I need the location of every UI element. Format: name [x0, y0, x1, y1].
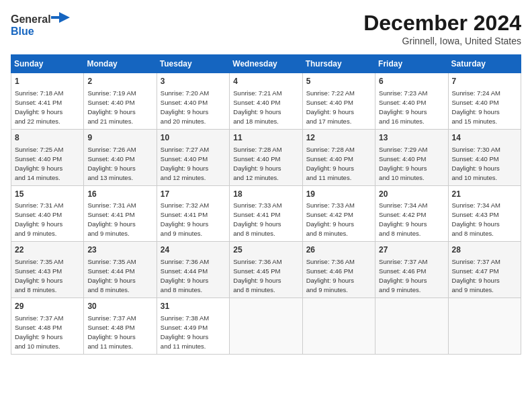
day-info: Sunrise: 7:30 AMSunset: 4:40 PMDaylight:…: [452, 146, 500, 181]
day-info: Sunrise: 7:28 AMSunset: 4:40 PMDaylight:…: [306, 146, 355, 181]
day-info: Sunrise: 7:38 AMSunset: 4:49 PMDaylight:…: [161, 314, 209, 350]
calendar-week-2: 8 Sunrise: 7:25 AMSunset: 4:40 PMDayligh…: [11, 129, 521, 185]
calendar-header-row: SundayMondayTuesdayWednesdayThursdayFrid…: [11, 55, 521, 73]
calendar-week-3: 15 Sunrise: 7:31 AMSunset: 4:40 PMDaylig…: [11, 185, 521, 242]
day-info: Sunrise: 7:33 AMSunset: 4:41 PMDaylight:…: [233, 201, 281, 237]
calendar-cell: 17 Sunrise: 7:32 AMSunset: 4:41 PMDaylig…: [157, 185, 229, 242]
day-info: Sunrise: 7:20 AMSunset: 4:40 PMDaylight:…: [161, 89, 209, 125]
month-title: December 2024: [363, 11, 521, 36]
day-number: 29: [15, 301, 80, 312]
day-number: 22: [15, 244, 80, 256]
day-number: 11: [233, 132, 298, 144]
calendar-week-5: 29 Sunrise: 7:37 AMSunset: 4:48 PMDaylig…: [11, 298, 521, 355]
day-number: 21: [452, 189, 517, 200]
calendar-cell: 1 Sunrise: 7:18 AMSunset: 4:41 PMDayligh…: [11, 73, 84, 130]
day-number: 9: [87, 132, 152, 144]
day-number: 15: [15, 189, 80, 200]
day-number: 30: [87, 301, 152, 312]
day-number: 31: [161, 301, 226, 312]
calendar-cell: 3 Sunrise: 7:20 AMSunset: 4:40 PMDayligh…: [157, 73, 229, 130]
day-info: Sunrise: 7:32 AMSunset: 4:41 PMDaylight:…: [161, 201, 209, 237]
day-info: Sunrise: 7:35 AMSunset: 4:43 PMDaylight:…: [15, 258, 63, 293]
calendar-cell: 2 Sunrise: 7:19 AMSunset: 4:40 PMDayligh…: [84, 73, 157, 130]
day-number: 13: [379, 132, 444, 144]
day-number: 2: [87, 76, 152, 87]
calendar-cell: 10 Sunrise: 7:27 AMSunset: 4:40 PMDaylig…: [157, 129, 229, 185]
day-number: 23: [87, 244, 152, 256]
calendar-cell: 5 Sunrise: 7:22 AMSunset: 4:40 PMDayligh…: [302, 73, 375, 130]
calendar-cell: 24 Sunrise: 7:36 AMSunset: 4:44 PMDaylig…: [157, 242, 229, 298]
day-info: Sunrise: 7:36 AMSunset: 4:45 PMDaylight:…: [233, 258, 281, 293]
day-info: Sunrise: 7:37 AMSunset: 4:48 PMDaylight:…: [87, 314, 136, 350]
header-friday: Friday: [375, 55, 448, 73]
calendar-cell: [448, 298, 521, 355]
day-number: 1: [15, 76, 80, 87]
calendar-cell: 23 Sunrise: 7:35 AMSunset: 4:44 PMDaylig…: [84, 242, 157, 298]
day-number: 4: [233, 76, 298, 87]
calendar-cell: [302, 298, 375, 355]
day-number: 18: [233, 189, 298, 200]
day-info: Sunrise: 7:31 AMSunset: 4:41 PMDaylight:…: [87, 201, 136, 237]
day-number: 10: [161, 132, 226, 144]
day-info: Sunrise: 7:37 AMSunset: 4:46 PMDaylight:…: [379, 258, 427, 293]
calendar-cell: 12 Sunrise: 7:28 AMSunset: 4:40 PMDaylig…: [302, 129, 375, 185]
svg-text:General: General: [11, 13, 51, 25]
day-number: 14: [452, 132, 517, 144]
calendar-cell: 20 Sunrise: 7:34 AMSunset: 4:42 PMDaylig…: [375, 185, 448, 242]
day-number: 19: [306, 189, 371, 200]
svg-marker-2: [51, 12, 70, 23]
day-info: Sunrise: 7:22 AMSunset: 4:40 PMDaylight:…: [306, 89, 355, 125]
header-tuesday: Tuesday: [157, 55, 229, 73]
calendar-cell: 8 Sunrise: 7:25 AMSunset: 4:40 PMDayligh…: [11, 129, 84, 185]
svg-text:Blue: Blue: [11, 26, 34, 37]
logo-svg: General Blue: [11, 11, 71, 39]
day-info: Sunrise: 7:23 AMSunset: 4:40 PMDaylight:…: [379, 89, 427, 125]
day-info: Sunrise: 7:34 AMSunset: 4:43 PMDaylight:…: [452, 201, 500, 237]
day-number: 16: [87, 189, 152, 200]
calendar-cell: 26 Sunrise: 7:36 AMSunset: 4:46 PMDaylig…: [302, 242, 375, 298]
day-number: 27: [379, 244, 444, 256]
calendar-cell: 27 Sunrise: 7:37 AMSunset: 4:46 PMDaylig…: [375, 242, 448, 298]
header-thursday: Thursday: [302, 55, 375, 73]
day-info: Sunrise: 7:35 AMSunset: 4:44 PMDaylight:…: [87, 258, 136, 293]
day-info: Sunrise: 7:29 AMSunset: 4:40 PMDaylight:…: [379, 146, 427, 181]
calendar-cell: 11 Sunrise: 7:28 AMSunset: 4:40 PMDaylig…: [230, 129, 302, 185]
calendar-cell: 18 Sunrise: 7:33 AMSunset: 4:41 PMDaylig…: [230, 185, 302, 242]
header-sunday: Sunday: [11, 55, 84, 73]
calendar-week-1: 1 Sunrise: 7:18 AMSunset: 4:41 PMDayligh…: [11, 73, 521, 130]
calendar-cell: 6 Sunrise: 7:23 AMSunset: 4:40 PMDayligh…: [375, 73, 448, 130]
logo: General Blue: [11, 11, 71, 39]
day-info: Sunrise: 7:24 AMSunset: 4:40 PMDaylight:…: [452, 89, 500, 125]
calendar-cell: 21 Sunrise: 7:34 AMSunset: 4:43 PMDaylig…: [448, 185, 521, 242]
header-monday: Monday: [84, 55, 157, 73]
calendar-cell: 30 Sunrise: 7:37 AMSunset: 4:48 PMDaylig…: [84, 298, 157, 355]
calendar-cell: 16 Sunrise: 7:31 AMSunset: 4:41 PMDaylig…: [84, 185, 157, 242]
day-info: Sunrise: 7:37 AMSunset: 4:48 PMDaylight:…: [15, 314, 63, 350]
day-number: 8: [15, 132, 80, 144]
calendar-cell: 22 Sunrise: 7:35 AMSunset: 4:43 PMDaylig…: [11, 242, 84, 298]
page-header: General Blue December 2024 Grinnell, Iow…: [11, 11, 521, 46]
calendar-cell: 31 Sunrise: 7:38 AMSunset: 4:49 PMDaylig…: [157, 298, 229, 355]
day-number: 7: [452, 76, 517, 87]
calendar-cell: 28 Sunrise: 7:37 AMSunset: 4:47 PMDaylig…: [448, 242, 521, 298]
calendar-cell: 14 Sunrise: 7:30 AMSunset: 4:40 PMDaylig…: [448, 129, 521, 185]
calendar-cell: [375, 298, 448, 355]
calendar-cell: 7 Sunrise: 7:24 AMSunset: 4:40 PMDayligh…: [448, 73, 521, 130]
day-info: Sunrise: 7:37 AMSunset: 4:47 PMDaylight:…: [452, 258, 500, 293]
calendar-cell: 4 Sunrise: 7:21 AMSunset: 4:40 PMDayligh…: [230, 73, 302, 130]
calendar-cell: 19 Sunrise: 7:33 AMSunset: 4:42 PMDaylig…: [302, 185, 375, 242]
day-number: 5: [306, 76, 371, 87]
title-block: December 2024 Grinnell, Iowa, United Sta…: [363, 11, 521, 46]
day-info: Sunrise: 7:36 AMSunset: 4:44 PMDaylight:…: [161, 258, 209, 293]
calendar-cell: 29 Sunrise: 7:37 AMSunset: 4:48 PMDaylig…: [11, 298, 84, 355]
day-info: Sunrise: 7:27 AMSunset: 4:40 PMDaylight:…: [161, 146, 209, 181]
header-saturday: Saturday: [448, 55, 521, 73]
day-info: Sunrise: 7:31 AMSunset: 4:40 PMDaylight:…: [15, 201, 63, 237]
day-number: 20: [379, 189, 444, 200]
day-info: Sunrise: 7:28 AMSunset: 4:40 PMDaylight:…: [233, 146, 281, 181]
calendar-cell: 13 Sunrise: 7:29 AMSunset: 4:40 PMDaylig…: [375, 129, 448, 185]
day-number: 25: [233, 244, 298, 256]
header-wednesday: Wednesday: [230, 55, 302, 73]
day-number: 12: [306, 132, 371, 144]
calendar-table: SundayMondayTuesdayWednesdayThursdayFrid…: [11, 54, 521, 355]
